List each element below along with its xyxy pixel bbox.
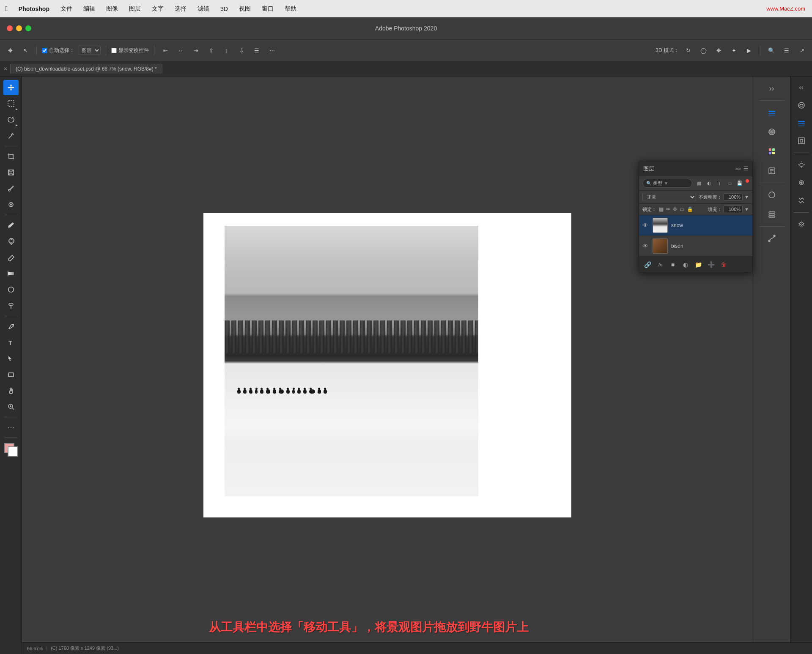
auto-select-label[interactable]: 自动选择： <box>42 47 74 54</box>
search-icon[interactable]: 🔍 <box>765 44 777 56</box>
clone-stamp-button[interactable] <box>3 234 19 249</box>
workspace-icon[interactable]: ☰ <box>781 44 793 56</box>
layer-comp-icon[interactable] <box>794 217 809 232</box>
collapse-panel-icon[interactable]: ›› <box>763 80 780 97</box>
fx-icon[interactable]: fx <box>655 260 665 270</box>
gradient-tool-button[interactable] <box>3 266 19 281</box>
align-left-icon[interactable]: ⇤ <box>159 44 171 56</box>
link-layers-icon[interactable]: 🔗 <box>642 260 653 270</box>
align-center-h-icon[interactable]: ↔ <box>175 44 187 56</box>
menu-edit[interactable]: 编辑 <box>82 4 97 14</box>
crop-tool-button[interactable] <box>3 149 19 164</box>
move-tool-button[interactable] <box>3 80 19 95</box>
menu-layer[interactable]: 图层 <box>127 4 143 14</box>
layer-visibility-snow-icon[interactable]: 👁 <box>642 222 649 229</box>
apple-logo-icon[interactable]:  <box>5 5 8 13</box>
3d-rotate-icon[interactable]: ↻ <box>682 44 694 56</box>
opacity-chevron-icon[interactable]: ▼ <box>744 194 749 200</box>
filter-pixel-icon[interactable]: ▩ <box>695 179 703 188</box>
document-tab[interactable]: (C) bison_downloadable-asset.psd @ 66.7%… <box>10 64 162 74</box>
rectangle-tool-button[interactable] <box>3 367 19 382</box>
properties-panel-icon[interactable] <box>763 162 780 179</box>
adjustments-panel-icon[interactable] <box>763 186 780 203</box>
menu-3d[interactable]: 3D <box>219 5 230 13</box>
lock-transparent-icon[interactable]: ▩ <box>659 206 664 212</box>
type-tool-button[interactable]: T <box>3 335 19 350</box>
paths-panel-icon[interactable] <box>763 230 780 247</box>
group-icon[interactable]: 📁 <box>693 260 703 270</box>
align-center-v-icon[interactable]: ↕ <box>220 44 232 56</box>
close-button[interactable] <box>7 25 13 31</box>
layers-menu-icon[interactable]: ☰ <box>743 166 748 172</box>
blend-mode-dropdown[interactable]: 正常 <box>642 193 696 201</box>
path-selection-button[interactable] <box>3 351 19 366</box>
adjust-far-icon[interactable] <box>794 193 809 208</box>
new-layer-icon[interactable]: ➕ <box>706 260 716 270</box>
layers-panel-icon[interactable] <box>763 104 780 121</box>
channels-panel-icon[interactable] <box>763 206 780 223</box>
paint-icon[interactable] <box>794 98 809 113</box>
light-icon[interactable] <box>794 157 809 172</box>
minimize-button[interactable] <box>16 25 22 31</box>
menu-type[interactable]: 文字 <box>150 4 165 14</box>
lock-all-icon[interactable]: 🔒 <box>687 206 693 212</box>
menu-view[interactable]: 视图 <box>237 4 252 14</box>
arrange-icon[interactable]: ↖ <box>19 44 31 56</box>
show-transform-checkbox[interactable] <box>111 48 117 53</box>
move-tool-icon[interactable]: ✥ <box>4 44 16 56</box>
3d-scale-icon[interactable]: ▶ <box>743 44 755 56</box>
fill-chevron-icon[interactable]: ▼ <box>744 207 749 212</box>
filter-shape-icon[interactable]: ▭ <box>725 179 734 188</box>
distribute-icon[interactable]: ☰ <box>251 44 263 56</box>
adjustment-icon[interactable]: ◐ <box>680 260 691 270</box>
lock-position-icon[interactable]: ✥ <box>673 206 677 212</box>
menu-image[interactable]: 图像 <box>104 4 120 14</box>
3d-slide-icon[interactable]: ✦ <box>728 44 740 56</box>
filter-adjust-icon[interactable]: ◐ <box>705 179 713 188</box>
more-options-icon[interactable]: ⋯ <box>266 44 278 56</box>
fill-value[interactable]: 100% <box>724 205 743 213</box>
filter-smart-icon[interactable]: 💾 <box>735 179 744 188</box>
lasso-tool-button[interactable]: ▶ <box>3 112 19 127</box>
auto-select-dropdown[interactable]: 图层 <box>78 46 101 55</box>
eraser-tool-button[interactable] <box>3 250 19 265</box>
menu-help[interactable]: 帮助 <box>283 4 298 14</box>
tab-close-icon[interactable]: ✕ <box>3 66 8 72</box>
swatches-panel-icon[interactable] <box>763 143 780 160</box>
show-transform-label[interactable]: 显示变换控件 <box>111 47 149 54</box>
healing-brush-button[interactable] <box>3 197 19 212</box>
eyedropper-tool-button[interactable] <box>3 181 19 196</box>
opacity-value[interactable]: 100% <box>724 193 743 201</box>
layer-row-snow[interactable]: 👁 snow <box>639 215 752 236</box>
layer-row-bison[interactable]: 👁 bison <box>639 236 752 257</box>
auto-select-checkbox[interactable] <box>42 48 47 53</box>
app-name[interactable]: Photoshop <box>17 5 51 13</box>
layers-far-icon[interactable] <box>794 115 809 131</box>
menu-select[interactable]: 选择 <box>173 4 188 14</box>
color-panel-icon[interactable] <box>763 123 780 140</box>
align-bottom-icon[interactable]: ⇩ <box>236 44 247 56</box>
brush-tool-button[interactable] <box>3 218 19 233</box>
hand-tool-button[interactable] <box>3 383 19 398</box>
3d-orbit-icon[interactable]: ◯ <box>697 44 709 56</box>
add-mask-icon[interactable]: ■ <box>668 260 678 270</box>
layer-visibility-bison-icon[interactable]: 👁 <box>642 243 649 249</box>
zoom-tool-button[interactable] <box>3 399 19 414</box>
background-color[interactable] <box>8 446 18 457</box>
menu-filter[interactable]: 滤镜 <box>196 4 211 14</box>
dodge-tool-button[interactable] <box>3 298 19 313</box>
frame-tool-button[interactable] <box>3 165 19 180</box>
maximize-button[interactable] <box>25 25 31 31</box>
collapse-right-icon[interactable]: ‹‹ <box>794 80 809 95</box>
filter-dropdown-icon[interactable]: ▼ <box>664 181 668 186</box>
pen-tool-button[interactable] <box>3 319 19 334</box>
share-icon[interactable]: ↗ <box>796 44 808 56</box>
brush-far-icon[interactable] <box>794 175 809 190</box>
layers-expand-icon[interactable]: »» <box>735 166 741 172</box>
filter-type-icon[interactable]: T <box>715 179 724 188</box>
menu-window[interactable]: 窗口 <box>260 4 275 14</box>
blur-tool-button[interactable] <box>3 282 19 297</box>
align-right-icon[interactable]: ⇥ <box>190 44 202 56</box>
frame-far-icon[interactable] <box>794 133 809 148</box>
magic-wand-button[interactable] <box>3 128 19 143</box>
